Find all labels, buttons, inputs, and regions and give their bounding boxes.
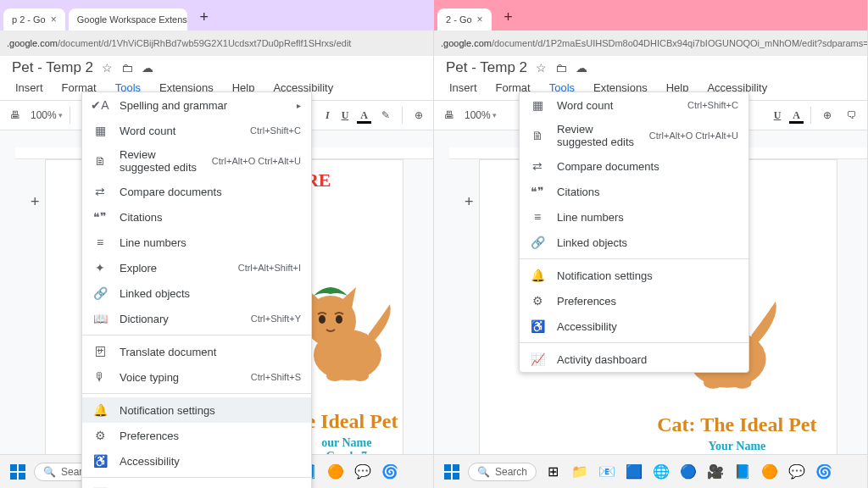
taskbar: 🔍Search ⊞ 📁 📧 🟦 🌐 🔵 🎥 📘 🟠 💬 🌀 [434,454,867,488]
tools-menu-citations[interactable]: ❝❞Citations [82,204,311,230]
cloud-icon[interactable]: ☁ [576,61,587,75]
comment-icon[interactable]: 🗨 [842,106,862,125]
zoom-selector[interactable]: 100% ▾ [31,109,63,121]
tools-menu-translate-document[interactable]: 🈂Translate document [82,339,311,364]
tools-menu-linked-objects[interactable]: 🔗Linked objects [520,230,748,255]
menu-item-label: Citations [120,211,301,224]
svg-point-15 [704,377,723,389]
menu-shortcut: Ctrl+Alt+O Ctrl+Alt+U [212,156,301,166]
123-icon: ▦ [530,98,545,112]
edge-icon[interactable]: 🔵 [677,461,699,483]
underline-button[interactable]: U [338,108,353,124]
tools-menu-activity-dashboard[interactable]: 📈Activity dashboard [82,481,311,488]
explorer-icon[interactable]: 📁 [569,461,591,483]
close-icon[interactable]: × [51,14,57,25]
menu-item-label: Linked objects [557,236,738,249]
doc-icon: 🗎 [92,154,108,168]
menu-divider [82,393,311,394]
chart-icon: 📈 [530,352,545,366]
insert-link-icon[interactable]: ⊕ [409,106,428,125]
word-icon[interactable]: 📘 [732,461,754,483]
app-icon[interactable]: 🌀 [379,461,401,483]
browser-tab[interactable]: p 2 - Go× [3,8,65,30]
tools-menu-review-suggested-edits[interactable]: 🗎Review suggested editsCtrl+Alt+O Ctrl+A… [82,143,311,179]
start-button[interactable] [7,461,29,483]
svg-rect-20 [444,473,451,480]
whatsapp-icon[interactable]: 💬 [786,461,808,483]
print-icon[interactable]: 🖶 [5,106,25,125]
tools-menu-citations[interactable]: ❝❞Citations [520,179,748,204]
svg-rect-19 [453,464,459,471]
highlight-icon[interactable]: ✎ [376,106,395,125]
italic-button[interactable]: I [322,108,333,124]
tools-menu-accessibility[interactable]: ♿Accessibility [82,448,311,474]
document-title[interactable]: Pet - Temp 2 [446,59,527,76]
tools-menu-line-numbers[interactable]: ≡Line numbers [82,230,311,255]
move-icon[interactable]: 🗀 [121,61,133,75]
browser-tab-strip: 2 - Go× + [434,0,867,30]
print-icon[interactable]: 🖶 [439,106,459,125]
close-icon[interactable]: × [477,14,483,25]
menu-item-label: Preferences [120,430,301,442]
tools-menu-activity-dashboard[interactable]: 📈Activity dashboard [520,347,748,372]
quote-icon: ❝❞ [92,210,108,224]
menu-insert[interactable]: Insert [12,80,47,96]
browser-tab[interactable]: Google Workspace Extensions &× [69,8,187,30]
app-icon[interactable]: 🟦 [623,461,645,483]
svg-rect-21 [453,473,459,480]
text-color-button[interactable]: A [357,108,371,124]
address-bar[interactable]: .google.com/document/d/1P2maEsUIHSDm8o04… [434,30,867,56]
menu-insert[interactable]: Insert [446,80,481,96]
address-bar[interactable]: .google.com/document/d/1VhViCBijRhBd7wb5… [0,30,433,56]
cloud-icon[interactable]: ☁ [142,61,153,75]
menu-item-label: Word count [120,125,238,137]
app-icon[interactable]: 🟠 [759,461,781,483]
tools-menu-notification-settings[interactable]: 🔔Notification settings [82,397,311,423]
cmp-icon: ⇄ [530,159,545,173]
tools-menu-explore[interactable]: ✦ExploreCtrl+Alt+Shift+I [82,255,311,280]
tools-menu-word-count[interactable]: ▦Word countCtrl+Shift+C [520,92,748,118]
star-icon[interactable]: ☆ [536,61,547,75]
tools-menu-review-suggested-edits[interactable]: 🗎Review suggested editsCtrl+Alt+O Ctrl+A… [520,118,748,153]
tools-menu-voice-typing[interactable]: 🎙Voice typingCtrl+Shift+S [82,364,311,390]
tools-menu-line-numbers[interactable]: ≡Line numbers [520,204,748,230]
mail-icon[interactable]: 📧 [596,461,618,483]
browser-tab[interactable]: 2 - Go× [437,8,492,30]
tools-menu-compare-documents[interactable]: ⇄Compare documents [520,153,748,179]
add-section-button[interactable]: + [465,193,474,211]
chrome-icon[interactable]: 🌐 [650,461,672,483]
app-icon[interactable]: 🌀 [813,461,835,483]
menu-item-label: Preferences [557,295,738,308]
tools-menu-preferences[interactable]: ⚙Preferences [520,288,748,313]
app-icon[interactable]: 🟠 [325,461,347,483]
text-color-button[interactable]: A [789,108,804,124]
taskbar-search[interactable]: 🔍Search [468,463,537,481]
add-section-button[interactable]: + [31,193,40,211]
Aa-icon: ✔A [92,98,108,112]
tools-menu-spelling-and-grammar[interactable]: ✔ASpelling and grammar▸ [82,92,311,118]
tools-menu-compare-documents[interactable]: ⇄Compare documents [82,179,311,204]
whatsapp-icon[interactable]: 💬 [352,461,374,483]
move-icon[interactable]: 🗀 [555,61,567,75]
document-title[interactable]: Pet - Temp 2 [12,59,93,76]
tools-menu-notification-settings[interactable]: 🔔Notification settings [520,263,748,288]
mic-icon: 🎙 [92,370,108,384]
tools-menu-preferences[interactable]: ⚙Preferences [82,423,311,448]
new-tab-button[interactable]: + [498,7,519,27]
new-tab-button[interactable]: + [194,7,214,27]
zoom-selector[interactable]: 100% ▾ [465,109,497,121]
url-domain: .google.com [441,38,492,48]
compass-icon: ✦ [92,261,108,274]
star-icon[interactable]: ☆ [102,61,113,75]
tools-menu-accessibility[interactable]: ♿Accessibility [520,313,748,339]
tools-menu-linked-objects[interactable]: 🔗Linked objects [82,280,311,306]
start-button[interactable] [441,461,463,483]
tools-menu-dictionary[interactable]: 📖DictionaryCtrl+Shift+Y [82,306,311,331]
insert-link-icon[interactable]: ⊕ [818,106,837,125]
link-icon: 🔗 [92,286,108,300]
video-icon[interactable]: 🎥 [704,461,726,483]
menu-item-label: Citations [557,186,738,198]
tools-menu-word-count[interactable]: ▦Word countCtrl+Shift+C [82,118,311,143]
task-view-icon[interactable]: ⊞ [542,461,564,483]
underline-button[interactable]: U [771,108,785,124]
